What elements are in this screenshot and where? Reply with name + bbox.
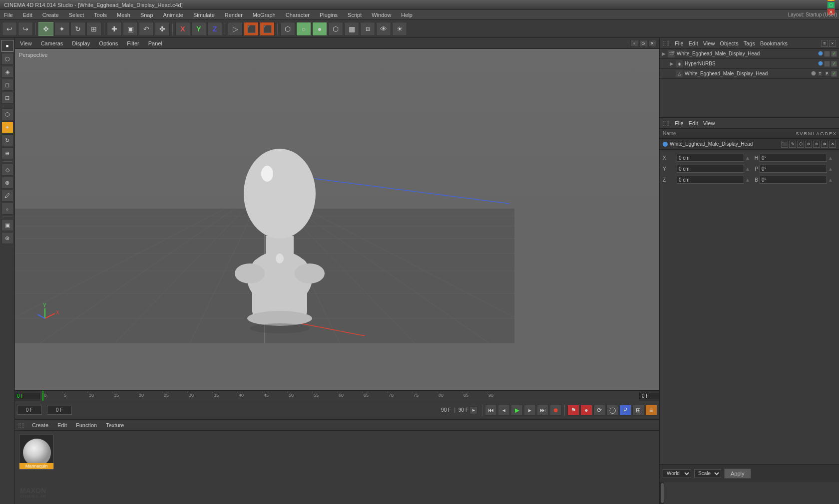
menu-file[interactable]: File xyxy=(2,11,15,19)
material-view[interactable]: ● xyxy=(312,22,327,36)
right-scrollbar[interactable] xyxy=(660,482,664,504)
menu-animate[interactable]: Animate xyxy=(161,11,185,19)
attr-icon2[interactable]: ✎ xyxy=(789,141,796,148)
go-start[interactable]: ⏮ xyxy=(485,405,497,416)
om-edit[interactable]: Edit xyxy=(689,40,698,46)
attr-v[interactable]: V xyxy=(800,131,803,136)
world-select[interactable]: World Object xyxy=(663,469,691,478)
attr-s[interactable]: S xyxy=(796,131,799,136)
attr-file[interactable]: File xyxy=(675,120,684,126)
attr-icon7[interactable]: ✕ xyxy=(829,141,836,148)
anim-btn7[interactable]: ≡ xyxy=(645,405,657,416)
attr-e[interactable]: E xyxy=(829,131,832,136)
attr-view[interactable]: View xyxy=(703,120,715,126)
mat-create[interactable]: Create xyxy=(30,421,50,429)
om-vis3[interactable]: ✓ xyxy=(831,71,837,77)
record[interactable]: ⏺ xyxy=(550,405,562,416)
menu-select[interactable]: Select xyxy=(67,11,86,19)
om-row-mesh[interactable]: △ White_Egghead_Male_Display_Head T P ✓ xyxy=(660,69,839,79)
model-mode[interactable]: ■ xyxy=(1,40,13,52)
om-check2[interactable] xyxy=(824,61,830,67)
x-button[interactable]: X xyxy=(175,22,190,36)
scale-mode[interactable]: ⊕ xyxy=(1,147,13,159)
go-end[interactable]: ⏭ xyxy=(537,405,549,416)
attr-y-pos[interactable] xyxy=(677,165,744,173)
perspective-view[interactable]: ⬡ xyxy=(280,22,295,36)
move-tool[interactable]: ✦ xyxy=(54,22,69,36)
scale-tool[interactable]: ⊞ xyxy=(86,22,101,36)
attr-edit[interactable]: Edit xyxy=(689,120,698,126)
viewport-lock[interactable]: ✕ xyxy=(648,40,656,47)
attr-b-arrow[interactable]: ▲ xyxy=(828,177,836,183)
wireframe-view[interactable]: ▦ xyxy=(344,22,359,36)
light-view[interactable]: ☀ xyxy=(392,22,407,36)
scroll-thumb[interactable] xyxy=(661,483,664,503)
display-menu[interactable]: Display xyxy=(70,39,92,47)
current-frame-input[interactable] xyxy=(17,406,42,415)
cameras-menu[interactable]: Cameras xyxy=(39,39,65,47)
current-frame-display[interactable] xyxy=(47,406,72,415)
tool1[interactable]: ◇ xyxy=(1,164,13,176)
menu-script[interactable]: Script xyxy=(346,11,364,19)
mat-function[interactable]: Function xyxy=(74,421,99,429)
attr-g[interactable]: G xyxy=(820,131,824,136)
poly-mode[interactable]: ◻ xyxy=(1,79,13,91)
menu-tools[interactable]: Tools xyxy=(92,11,109,19)
attr-a[interactable]: A xyxy=(816,131,819,136)
om-bookmarks[interactable]: Bookmarks xyxy=(760,40,788,46)
attr-icon3[interactable]: ⬡ xyxy=(797,141,804,148)
add-tool[interactable]: ✤ xyxy=(155,22,170,36)
attr-x-pos[interactable] xyxy=(677,154,744,162)
om-row-hypernurbs[interactable]: ▶ ◈ HyperNURBS ✓ xyxy=(660,59,839,69)
move-mode[interactable]: ✦ xyxy=(1,121,13,133)
om-row-project[interactable]: ▶ 🎬 White_Egghead_Male_Display_Head ✓ xyxy=(660,49,839,59)
stereo-view[interactable]: 👁 xyxy=(376,22,391,36)
tool2[interactable]: ⊗ xyxy=(1,177,13,189)
menu-simulate[interactable]: Simulate xyxy=(191,11,217,19)
attr-icon1[interactable]: ⬛ xyxy=(781,141,788,148)
om-expand2[interactable]: ▶ xyxy=(670,61,674,66)
menu-render[interactable]: Render xyxy=(223,11,245,19)
options-menu[interactable]: Options xyxy=(97,39,120,47)
attr-icon4[interactable]: ⊛ xyxy=(805,141,812,148)
apply-button[interactable]: Apply xyxy=(724,469,751,479)
null-tool[interactable]: ↶ xyxy=(139,22,154,36)
object-tool[interactable]: ✚ xyxy=(107,22,122,36)
viewport[interactable]: X Y Perspective xyxy=(15,49,659,390)
rotate-tool[interactable]: ↻ xyxy=(70,22,85,36)
texture-view[interactable]: ○ xyxy=(296,22,311,36)
om-file[interactable]: File xyxy=(675,40,684,46)
prev-frame[interactable]: ◂ xyxy=(498,405,510,416)
menu-window[interactable]: Window xyxy=(370,11,393,19)
attr-x-pos-arrow[interactable]: ▲ xyxy=(745,155,753,161)
anim-btn1[interactable]: ⚑ xyxy=(567,405,579,416)
render-view[interactable]: ⬛ xyxy=(244,22,259,36)
attr-icon5[interactable]: ⊕ xyxy=(813,141,820,148)
select-tool[interactable]: ✥ xyxy=(38,22,53,36)
anim-btn5[interactable]: P xyxy=(619,405,631,416)
attr-x[interactable]: X xyxy=(833,131,836,136)
attr-h-arrow[interactable]: ▲ xyxy=(828,155,836,161)
menu-create[interactable]: Create xyxy=(40,11,61,19)
isometric-view[interactable]: ⧈ xyxy=(360,22,375,36)
anim-btn3[interactable]: ⟳ xyxy=(593,405,605,416)
om-vis2[interactable]: ✓ xyxy=(831,61,837,67)
select-mode[interactable]: ⬡ xyxy=(1,108,13,120)
om-tags[interactable]: Tags xyxy=(744,40,755,46)
next-frame[interactable]: ▸ xyxy=(524,405,536,416)
filter-menu[interactable]: Filter xyxy=(125,39,141,47)
snap1[interactable]: ▣ xyxy=(1,219,13,231)
mat-texture[interactable]: Texture xyxy=(104,421,126,429)
play[interactable]: ▶ xyxy=(511,405,523,416)
menu-help[interactable]: Help xyxy=(399,11,415,19)
group-tool[interactable]: ▣ xyxy=(123,22,138,36)
uvw-mode[interactable]: ⊟ xyxy=(1,92,13,104)
menu-mesh[interactable]: Mesh xyxy=(115,11,132,19)
attr-icon6[interactable]: ⊗ xyxy=(821,141,828,148)
om-expand1[interactable]: ▶ xyxy=(662,51,666,56)
render-region[interactable]: ▷ xyxy=(228,22,243,36)
menu-snap[interactable]: Snap xyxy=(138,11,155,19)
attr-m[interactable]: M xyxy=(808,131,812,136)
snap2[interactable]: ⊛ xyxy=(1,232,13,244)
tool4[interactable]: ⬦ xyxy=(1,203,13,215)
